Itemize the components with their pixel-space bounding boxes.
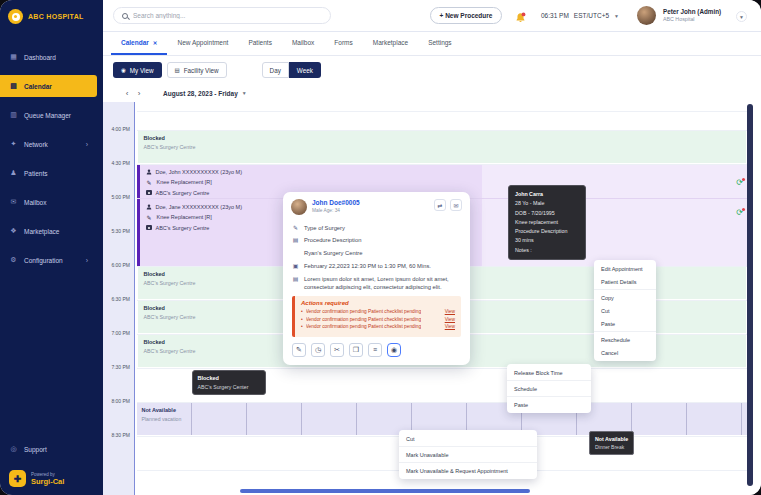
my-view-button[interactable]: ◉ My View: [113, 62, 162, 78]
sidebar-item-label: Mailbox: [24, 199, 46, 206]
sidebar-item-dashboard[interactable]: ▦ Dashboard: [0, 46, 97, 68]
facility-name: ABC's Surgery Centre: [156, 225, 210, 231]
menu-item-reschedule[interactable]: Reschedule: [594, 333, 656, 346]
appointment-context-menu: Edit Appointment Patient Details Copy Cu…: [594, 260, 656, 361]
menu-item-paste[interactable]: Paste: [507, 398, 591, 411]
new-procedure-button[interactable]: + New Procedure: [430, 7, 502, 24]
sidebar-item-network[interactable]: ✦ Network ›: [0, 133, 97, 155]
hospital-logo: ABC HOSPITAL: [0, 0, 103, 30]
current-time: 06:31 PM: [541, 12, 569, 19]
user-avatar[interactable]: [637, 6, 656, 25]
chevron-down-icon: ▼: [242, 90, 247, 96]
edit-icon[interactable]: ✎: [292, 343, 306, 357]
menu-divider: [507, 380, 591, 381]
menu-item-cut[interactable]: Cut: [399, 432, 537, 445]
tab-label: Settings: [428, 39, 452, 46]
blocked-event[interactable]: Blocked ABC's Surgery Centre: [138, 131, 747, 163]
search-input[interactable]: [133, 12, 322, 19]
sidebar-item-marketplace[interactable]: ❖ Marketplace: [0, 220, 97, 242]
sidebar-item-mailbox[interactable]: ✉ Mailbox: [0, 191, 97, 213]
week-view-button[interactable]: Week: [289, 62, 321, 78]
sidebar-item-configuration[interactable]: ⚙ Configuration ›: [0, 249, 97, 271]
tab-label: New Appointment: [177, 39, 228, 46]
block-time-menu: Release Block Time Schedule Paste: [507, 364, 591, 413]
tab-label: Calendar: [121, 39, 149, 46]
tab-mailbox[interactable]: Mailbox: [282, 32, 324, 55]
menu-item-release-block-time[interactable]: Release Block Time: [507, 366, 591, 379]
day-view-button[interactable]: Day: [262, 62, 289, 78]
menu-item-schedule[interactable]: Schedule: [507, 382, 591, 395]
bullet-icon: •: [301, 317, 303, 322]
pencil-icon: ✎: [292, 224, 299, 232]
sidebar-item-queue-manager[interactable]: ▥ Queue Manager: [0, 104, 97, 126]
tab-forms[interactable]: Forms: [324, 32, 362, 55]
close-icon[interactable]: ✕: [153, 40, 158, 46]
facility-icon: [146, 225, 152, 230]
patient-tooltip: John Carra 28 Yo - Male DOB - 7/20/1995 …: [508, 185, 586, 260]
person-icon: [146, 204, 152, 210]
support-icon: ◎: [9, 445, 18, 453]
menu-item-copy[interactable]: Copy: [594, 291, 656, 304]
sidebar-item-calendar[interactable]: ▤ Calendar: [0, 75, 97, 97]
view-link[interactable]: View: [445, 317, 455, 322]
vertical-scrollbar[interactable]: [747, 104, 753, 486]
sync-icon[interactable]: ⟳: [736, 179, 743, 187]
message-icon[interactable]: ✉: [450, 199, 462, 211]
timezone-label: EST/UTC+5: [574, 12, 609, 19]
clock-timezone[interactable]: 06:31 PM EST/UTC+5 ▼: [541, 12, 619, 19]
menu-item-paste[interactable]: Paste: [594, 317, 656, 330]
detail-text: February 22,2023 12:30 PM to 1:30 PM, 60…: [304, 262, 431, 270]
sync-icon[interactable]: ⟳: [736, 209, 743, 217]
transfer-icon[interactable]: ⇄: [434, 199, 446, 211]
date-text: August 28, 2023 - Friday: [163, 90, 238, 97]
copy-icon[interactable]: ❐: [349, 343, 363, 357]
list-icon[interactable]: ≡: [368, 343, 382, 357]
user-info: Peter John (Admin) ABC Hospital: [663, 8, 721, 23]
view-link[interactable]: View: [445, 309, 455, 314]
patient-name-link[interactable]: John Doe#0005: [312, 199, 360, 206]
tooltip-title: Blocked: [198, 374, 260, 383]
reschedule-clock-icon[interactable]: ◷: [311, 343, 325, 357]
topbar: + New Procedure 06:31 PM EST/UTC+5 ▼ Pet…: [103, 0, 761, 32]
menu-item-cancel[interactable]: Cancel: [594, 346, 656, 359]
calendar-icon: ▤: [9, 82, 18, 90]
facility-icon: [146, 190, 152, 195]
action-item: • Vendor confirmation pending Patient ch…: [301, 309, 455, 314]
date-navigation: ‹ › August 28, 2023 - Friday ▼: [103, 84, 761, 102]
sidebar-item-support[interactable]: ◎ Support: [0, 438, 97, 460]
tooltip-line: DOB - 7/20/1995: [515, 209, 579, 218]
sidebar-item-label: Patients: [24, 170, 48, 177]
cut-icon[interactable]: ✂: [330, 343, 344, 357]
search-box[interactable]: [113, 7, 331, 24]
menu-item-mark-unavailable[interactable]: Mark Unavailable: [399, 448, 537, 461]
facility-view-button[interactable]: ▤ Facility View: [167, 62, 227, 78]
document-icon: ▤: [292, 275, 299, 291]
event-title: Not Available: [142, 406, 743, 415]
menu-item-mark-unavailable-request[interactable]: Mark Unavailable & Request Appointment: [399, 464, 537, 477]
next-day-button[interactable]: ›: [133, 89, 145, 98]
sidebar-item-label: Calendar: [24, 83, 52, 90]
appointment-procedure: ✎ Knee Replacement [R]: [146, 177, 476, 187]
tab-calendar[interactable]: Calendar ✕: [111, 32, 167, 55]
menu-divider: [399, 446, 537, 447]
current-date[interactable]: August 28, 2023 - Friday ▼: [163, 90, 247, 97]
tab-patients[interactable]: Patients: [238, 32, 282, 55]
menu-item-edit-appointment[interactable]: Edit Appointment: [594, 262, 656, 275]
horizontal-scrollbar[interactable]: [240, 489, 530, 493]
time-label: 6:00 PM: [102, 262, 130, 268]
sidebar-item-patients[interactable]: ♟ Patients: [0, 162, 97, 184]
detail-row-datetime: ▣ February 22,2023 12:30 PM to 1:30 PM, …: [292, 262, 461, 270]
menu-item-cut[interactable]: Cut: [594, 304, 656, 317]
view-link[interactable]: View: [445, 324, 455, 329]
action-text: Vendor confirmation pending Patient chec…: [306, 317, 421, 322]
tab-marketplace[interactable]: Marketplace: [363, 32, 418, 55]
tab-settings[interactable]: Settings: [418, 32, 462, 55]
user-menu-chevron-icon[interactable]: ▼: [736, 11, 747, 22]
notifications-bell-icon[interactable]: [515, 9, 526, 27]
prev-day-button[interactable]: ‹: [121, 89, 133, 98]
menu-item-patient-details[interactable]: Patient Details: [594, 275, 656, 288]
camera-icon[interactable]: ◉: [387, 343, 401, 357]
facility-name: ABC's Surgery Centre: [156, 190, 210, 196]
tab-new-appointment[interactable]: New Appointment: [167, 32, 238, 55]
detail-row-notes: ▤ Lorem ipsum dolor sit amet, Lorem ipsu…: [292, 275, 461, 291]
